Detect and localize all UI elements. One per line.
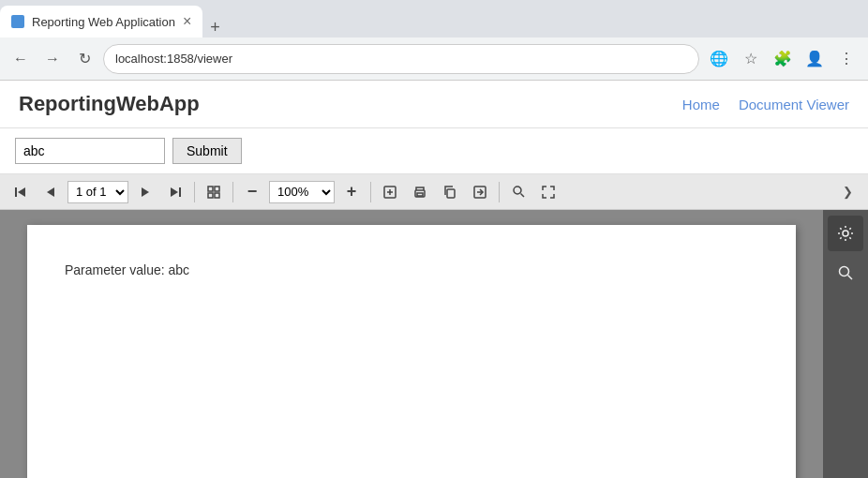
new-tab-button[interactable]: + xyxy=(202,18,228,37)
more-export-button[interactable] xyxy=(467,179,493,205)
zoom-select[interactable]: 100% 75% 50% 150% 200% xyxy=(269,181,335,203)
tab-close-button[interactable]: × xyxy=(183,14,191,29)
sidebar-toggle-button[interactable]: ❯ xyxy=(834,179,861,205)
separator-4 xyxy=(499,182,500,202)
app-nav: Home Document Viewer xyxy=(682,97,849,112)
right-sidebar xyxy=(823,210,868,478)
reload-button[interactable]: ↻ xyxy=(71,46,97,72)
sidebar-search-button[interactable] xyxy=(828,255,863,291)
fit-page-button[interactable] xyxy=(201,179,227,205)
svg-marker-5 xyxy=(171,187,178,197)
svg-marker-2 xyxy=(47,187,54,197)
viewer-canvas[interactable]: Parameter value: abc xyxy=(0,210,823,478)
svg-marker-3 xyxy=(142,187,149,197)
tab-favicon xyxy=(11,15,24,28)
nav-document-viewer-link[interactable]: Document Viewer xyxy=(739,97,849,112)
submit-button[interactable]: Submit xyxy=(172,138,242,164)
report-content: Parameter value: abc xyxy=(65,262,758,277)
svg-rect-6 xyxy=(208,187,213,191)
bookmark-button[interactable]: ☆ xyxy=(737,45,765,73)
app-logo: ReportingWebApp xyxy=(19,92,200,116)
param-bar: Submit xyxy=(0,128,868,174)
next-page-button[interactable] xyxy=(132,179,158,205)
app-content: ReportingWebApp Home Document Viewer Sub… xyxy=(0,81,868,478)
separator-1 xyxy=(194,182,195,202)
first-page-button[interactable] xyxy=(7,179,34,205)
separator-3 xyxy=(370,182,371,202)
svg-rect-7 xyxy=(215,187,219,191)
tab-title: Reporting Web Application xyxy=(32,15,175,29)
param-input[interactable] xyxy=(15,138,165,164)
svg-point-20 xyxy=(843,231,848,236)
svg-point-21 xyxy=(840,267,849,276)
report-page: Parameter value: abc xyxy=(27,225,796,478)
svg-rect-9 xyxy=(215,193,219,198)
svg-line-22 xyxy=(848,276,853,280)
browser-icons: 🌐 ☆ 🧩 👤 ⋮ xyxy=(705,45,861,73)
last-page-button[interactable] xyxy=(162,179,188,205)
back-button[interactable]: ← xyxy=(7,46,34,72)
fullscreen-button[interactable] xyxy=(535,179,561,205)
export-button[interactable] xyxy=(377,179,403,205)
app-header: ReportingWebApp Home Document Viewer xyxy=(0,81,868,128)
svg-rect-8 xyxy=(208,193,213,198)
copy-button[interactable] xyxy=(437,179,463,205)
address-url: localhost:1858/viewer xyxy=(115,52,687,66)
viewer-toolbar: 1 of 1 − 100% 75% 50% 150% 200% + xyxy=(0,174,868,210)
svg-line-19 xyxy=(520,194,524,198)
address-box[interactable]: localhost:1858/viewer xyxy=(103,44,699,74)
svg-point-18 xyxy=(514,187,521,194)
page-select[interactable]: 1 of 1 xyxy=(67,181,128,203)
nav-home-link[interactable]: Home xyxy=(682,97,720,112)
prev-page-button[interactable] xyxy=(37,179,64,205)
active-tab: Reporting Web Application × xyxy=(0,6,202,37)
address-bar-row: ← → ↻ localhost:1858/viewer 🌐 ☆ 🧩 👤 ⋮ xyxy=(0,37,868,81)
tab-bar: Reporting Web Application × + xyxy=(0,0,868,37)
svg-rect-14 xyxy=(417,193,423,196)
translate-button[interactable]: 🌐 xyxy=(705,45,733,73)
viewer-main: Parameter value: abc xyxy=(0,210,868,478)
svg-rect-4 xyxy=(179,187,181,197)
sidebar-settings-button[interactable] xyxy=(828,216,863,251)
zoom-in-button[interactable]: + xyxy=(338,179,365,205)
svg-marker-1 xyxy=(18,187,25,197)
account-button[interactable]: 👤 xyxy=(801,45,829,73)
print-button[interactable] xyxy=(407,179,433,205)
forward-button[interactable]: → xyxy=(39,46,66,72)
extensions-button[interactable]: 🧩 xyxy=(769,45,797,73)
svg-rect-15 xyxy=(447,189,455,198)
search-toolbar-button[interactable] xyxy=(505,179,531,205)
svg-rect-0 xyxy=(15,187,17,197)
browser-menu-button[interactable]: ⋮ xyxy=(832,45,861,73)
zoom-out-button[interactable]: − xyxy=(239,179,265,205)
separator-2 xyxy=(232,182,233,202)
